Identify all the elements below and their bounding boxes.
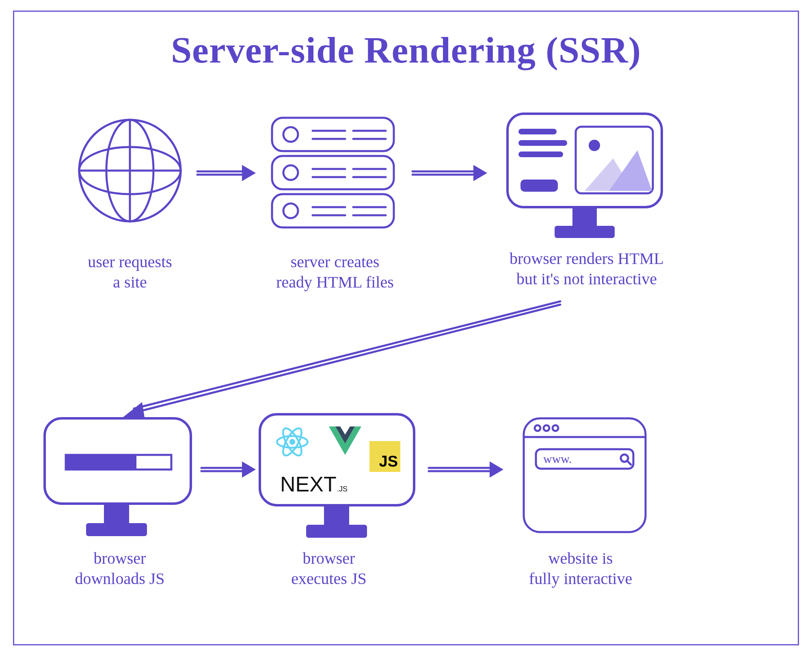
arrow-1 (195, 162, 260, 183)
arrow-diagonal (118, 301, 564, 422)
step-caption-3: browser renders HTML but it's not intera… (471, 249, 702, 289)
arrow-4 (199, 459, 260, 479)
server-icon (268, 114, 398, 236)
svg-rect-44 (86, 523, 147, 536)
svg-rect-25 (572, 207, 597, 226)
monitor-download-icon (41, 414, 195, 544)
svg-rect-49 (306, 525, 367, 538)
svg-line-39 (134, 305, 560, 413)
svg-rect-26 (555, 226, 615, 238)
svg-rect-30 (520, 180, 558, 192)
svg-rect-8 (272, 194, 394, 227)
svg-point-11 (283, 203, 298, 218)
arrow-5 (426, 459, 508, 479)
svg-rect-48 (324, 505, 349, 525)
next-logo: NEXT (280, 472, 337, 496)
svg-rect-46 (67, 456, 136, 469)
arrow-2 (410, 162, 491, 183)
svg-point-10 (283, 165, 298, 180)
svg-rect-6 (272, 118, 394, 151)
svg-rect-7 (272, 156, 394, 189)
browser-url: www. (543, 452, 572, 465)
svg-point-9 (283, 127, 298, 142)
step-caption-5: browser executes JS (248, 548, 410, 589)
step-caption-2: server creates ready HTML files (248, 252, 422, 292)
browser-window-icon: www. (520, 414, 650, 536)
svg-rect-57 (524, 418, 646, 532)
diagram-title: Server-side Rendering (SSR) (0, 28, 812, 71)
step-caption-1: user requests a site (53, 252, 207, 292)
svg-point-32 (589, 140, 600, 151)
globe-icon (73, 114, 187, 227)
svg-rect-43 (104, 504, 129, 523)
js-logo: JS (369, 441, 400, 472)
svg-line-40 (134, 301, 560, 409)
diagram-canvas: Server-side Rendering (SSR) (0, 0, 812, 660)
monitor-frameworks-icon: NEXT .JS (256, 410, 418, 544)
svg-text:.JS: .JS (337, 485, 348, 493)
svg-point-50 (289, 439, 295, 445)
step-caption-6: website is fully interactive (495, 548, 666, 589)
monitor-rendered-icon (503, 110, 666, 244)
step-caption-4: browser downloads JS (49, 548, 191, 589)
